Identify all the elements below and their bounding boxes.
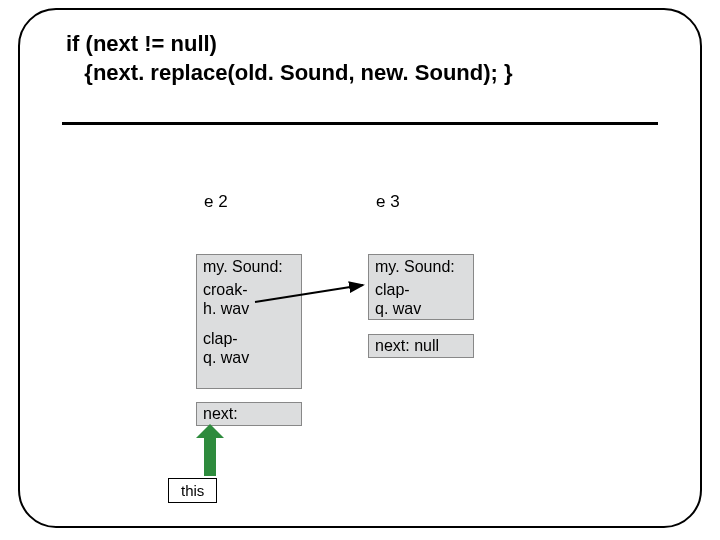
e3-mysound-value: clap- q. wav — [369, 278, 473, 320]
e3-next-label: next: null — [369, 335, 473, 357]
slide: if (next != null) {next. replace(old. So… — [0, 0, 720, 540]
e2-mysound-label: my. Sound: — [197, 255, 301, 278]
object-box-e2: my. Sound: croak- h. wav clap- q. wav — [196, 254, 302, 389]
e2-clap-value: clap- q. wav — [197, 327, 301, 369]
e3-next-box: next: null — [368, 334, 474, 358]
title-line-1: if (next != null) — [66, 31, 217, 56]
object-label-e3: e 3 — [376, 192, 400, 212]
this-box: this — [168, 478, 217, 503]
e3-mysound-label: my. Sound: — [369, 255, 473, 278]
title-line-2: {next. replace(old. Sound, new. Sound); … — [66, 60, 513, 85]
e2-next-label: next: — [197, 403, 301, 425]
object-label-e2: e 2 — [204, 192, 228, 212]
e2-mysound-value: croak- h. wav — [197, 278, 301, 320]
code-title: if (next != null) {next. replace(old. So… — [66, 30, 666, 87]
e2-next-box: next: — [196, 402, 302, 426]
horizontal-rule — [62, 122, 658, 125]
object-box-e3: my. Sound: clap- q. wav — [368, 254, 474, 320]
